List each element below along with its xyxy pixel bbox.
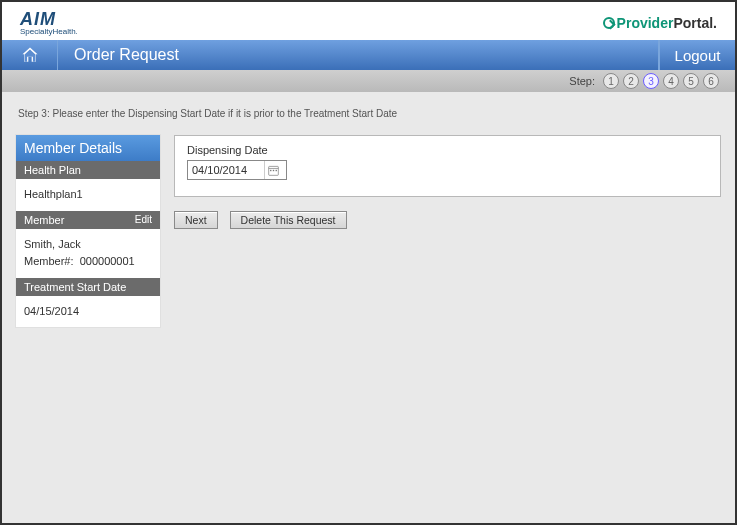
- step-5[interactable]: 5: [683, 73, 699, 89]
- dispensing-date-input[interactable]: [188, 162, 264, 178]
- delete-request-button[interactable]: Delete This Request: [230, 211, 347, 229]
- home-icon: [20, 45, 40, 65]
- member-details-title: Member Details: [16, 135, 160, 161]
- step-1[interactable]: 1: [603, 73, 619, 89]
- treatment-start-header: Treatment Start Date: [16, 278, 160, 296]
- logout-button[interactable]: Logout: [659, 40, 735, 70]
- health-plan-value: Healthplan1: [16, 179, 160, 211]
- step-6[interactable]: 6: [703, 73, 719, 89]
- step-4[interactable]: 4: [663, 73, 679, 89]
- dispensing-date-field[interactable]: [187, 160, 287, 180]
- home-button[interactable]: [2, 40, 58, 70]
- member-info: Smith, Jack Member#: 000000001: [16, 229, 160, 278]
- step-indicator: Step: 1 2 3 4 5 6: [2, 70, 735, 92]
- step-2[interactable]: 2: [623, 73, 639, 89]
- member-number: Member#: 000000001: [24, 253, 152, 271]
- health-plan-header: Health Plan: [16, 161, 160, 179]
- dispensing-date-panel: Dispensing Date: [174, 135, 721, 197]
- member-header: Member Edit: [16, 211, 160, 229]
- refresh-icon: [603, 17, 615, 29]
- aim-logo-text: AIM: [20, 9, 56, 29]
- dispensing-date-label: Dispensing Date: [187, 144, 708, 156]
- treatment-start-value: 04/15/2014: [16, 296, 160, 328]
- next-button[interactable]: Next: [174, 211, 218, 229]
- aim-logo-subtext: SpecialtyHealth.: [20, 27, 78, 36]
- svg-rect-2: [270, 169, 271, 170]
- member-details-panel: Member Details Health Plan Healthplan1 M…: [16, 135, 160, 327]
- calendar-button[interactable]: [264, 161, 282, 179]
- edit-member-link[interactable]: Edit: [135, 214, 152, 225]
- svg-rect-3: [273, 169, 274, 170]
- aim-logo: AIM SpecialtyHealth.: [20, 10, 78, 36]
- provider-portal-logo: ProviderPortal.: [603, 15, 717, 31]
- page-title: Order Request: [58, 40, 659, 70]
- member-name: Smith, Jack: [24, 236, 152, 254]
- svg-rect-4: [276, 169, 277, 170]
- step-instruction: Step 3: Please enter the Dispensing Star…: [18, 108, 719, 119]
- step-label: Step:: [569, 75, 595, 87]
- calendar-icon: [268, 165, 279, 176]
- step-3[interactable]: 3: [643, 73, 659, 89]
